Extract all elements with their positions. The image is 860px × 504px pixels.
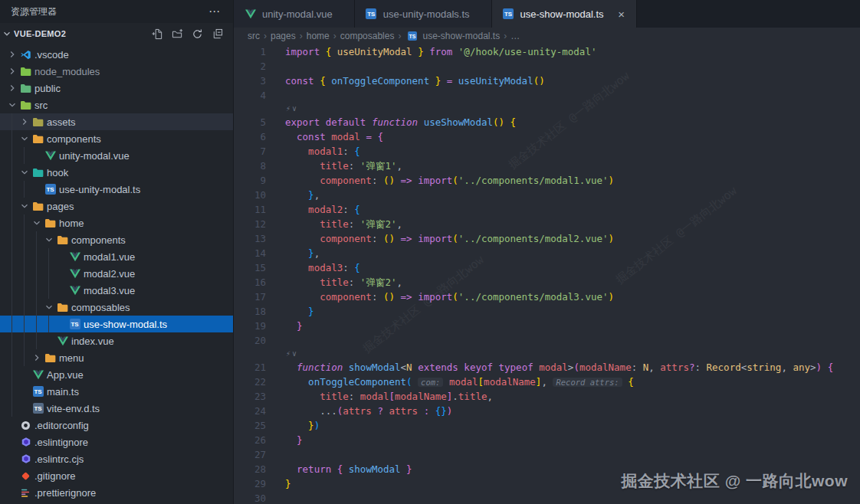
line-number[interactable]: 1 — [234, 44, 266, 59]
collapse-all-icon[interactable] — [210, 27, 224, 41]
line-number[interactable]: 16 — [234, 275, 266, 290]
tree-item-pages[interactable]: pages — [0, 198, 233, 214]
line-number[interactable]: 6 — [234, 129, 266, 144]
line-number[interactable]: 25 — [234, 418, 266, 433]
code-line[interactable]: 19 } — [234, 319, 860, 333]
tree-item-hook[interactable]: hook — [0, 164, 233, 181]
line-number[interactable]: 10 — [234, 188, 266, 202]
line-number[interactable]: 7 — [234, 144, 266, 159]
code-line[interactable]: 11 modal2: { — [234, 202, 860, 217]
tree-item-unity-modal.vue[interactable]: unity-modal.vue — [0, 147, 233, 164]
chevron-right-icon[interactable] — [6, 63, 18, 80]
tree-item-.vscode[interactable]: .vscode — [0, 46, 233, 63]
line-number[interactable]: 29 — [234, 476, 266, 491]
chevron-right-icon[interactable] — [18, 113, 31, 130]
chevron-down-icon[interactable] — [18, 198, 31, 214]
code-line[interactable]: 22 onToggleComponent( com: modal[modalNa… — [234, 375, 860, 389]
line-number[interactable]: 17 — [234, 290, 266, 304]
chevron-down-icon[interactable] — [43, 299, 55, 316]
tree-item-index.vue[interactable]: index.vue — [0, 332, 233, 349]
line-number[interactable]: 24 — [234, 404, 266, 418]
code-line[interactable]: 10 }, — [234, 188, 860, 202]
breadcrumb-item-use-show-modal.ts[interactable]: TSuse-show-modal.ts — [405, 28, 500, 44]
chevron-right-icon[interactable] — [31, 349, 43, 366]
close-icon[interactable]: × — [615, 7, 629, 21]
line-number[interactable]: 9 — [234, 173, 266, 188]
code-line[interactable]: 4 — [234, 88, 860, 103]
code-line[interactable]: 26 } — [234, 433, 860, 447]
code-line[interactable]: 5export default function useShowModal() … — [234, 115, 860, 129]
tree-item-use-unity-modal.ts[interactable]: TSuse-unity-modal.ts — [0, 181, 233, 198]
breadcrumb-item-…[interactable]: … — [510, 31, 520, 41]
tree-item-node_modules[interactable]: node_modules — [0, 63, 233, 80]
code-line[interactable]: 23 title: modal[modalName].title, — [234, 389, 860, 404]
new-folder-icon[interactable] — [170, 27, 184, 41]
breadcrumb-item-home[interactable]: home — [307, 31, 330, 41]
line-number[interactable]: 21 — [234, 360, 266, 375]
chevron-down-icon[interactable] — [31, 214, 43, 231]
line-number[interactable]: 26 — [234, 433, 266, 447]
breadcrumb-item-pages[interactable]: pages — [271, 31, 296, 41]
line-number[interactable]: 23 — [234, 389, 266, 404]
tree-item-composables[interactable]: composables — [0, 299, 233, 316]
chevron-down-icon[interactable] — [6, 97, 18, 113]
code-line[interactable]: 13 component: () => import('../component… — [234, 231, 860, 246]
code-line[interactable]: 27 — [234, 447, 860, 462]
line-number[interactable]: 28 — [234, 462, 266, 476]
tree-item-vite-env.d.ts[interactable]: TSvite-env.d.ts — [0, 400, 233, 417]
tree-item-.editorconfig[interactable]: .editorconfig — [0, 417, 233, 434]
code-line[interactable]: 16 title: '弹窗2', — [234, 275, 860, 290]
line-number[interactable]: 3 — [234, 74, 266, 88]
tree-item-.gitignore[interactable]: .gitignore — [0, 467, 233, 484]
code-line[interactable]: 20 — [234, 333, 860, 348]
code-editor[interactable]: 1import { useUnityModal } from '@/hook/u… — [234, 44, 860, 504]
tab-use-show-modal.ts[interactable]: TSuse-show-modal.ts× — [492, 0, 637, 28]
line-number[interactable]: 12 — [234, 217, 266, 231]
chevron-down-icon[interactable] — [43, 231, 55, 248]
line-number[interactable]: 30 — [234, 491, 266, 504]
refresh-icon[interactable] — [190, 27, 204, 41]
more-actions-icon[interactable]: ⋯ — [208, 5, 221, 18]
chevron-down-icon[interactable] — [0, 28, 14, 39]
tree-item-use-show-modal.ts[interactable]: TSuse-show-modal.ts — [0, 316, 233, 332]
line-number[interactable]: 8 — [234, 159, 266, 173]
line-number[interactable]: 5 — [234, 115, 266, 129]
project-header[interactable]: VUE-DEMO2 — [0, 23, 233, 44]
tree-item-.eslintrc.cjs[interactable]: .eslintrc.cjs — [0, 450, 233, 467]
code-line[interactable]: 21 function showModal<N extends keyof ty… — [234, 360, 860, 375]
code-line[interactable]: 1import { useUnityModal } from '@/hook/u… — [234, 44, 860, 59]
code-line[interactable]: 3const { onToggleComponent } = useUnityM… — [234, 74, 860, 88]
tree-item-home[interactable]: home — [0, 214, 233, 231]
tree-item-.prettierignore[interactable]: .prettierignore — [0, 484, 233, 501]
code-line[interactable]: 28 return { showModal } — [234, 462, 860, 476]
code-decoration[interactable]: ⚡∨ — [234, 348, 860, 360]
line-number[interactable]: 27 — [234, 447, 266, 462]
chevron-right-icon[interactable] — [6, 80, 18, 97]
tab-use-unity-modals.ts[interactable]: TSuse-unity-modals.ts — [355, 0, 492, 28]
code-line[interactable]: 29} — [234, 476, 860, 491]
code-line[interactable]: 6 const modal = { — [234, 129, 860, 144]
tree-item-modal1.vue[interactable]: modal1.vue — [0, 248, 233, 265]
chevron-down-icon[interactable] — [18, 130, 31, 147]
line-number[interactable]: 14 — [234, 246, 266, 260]
tree-item-modal3.vue[interactable]: modal3.vue — [0, 282, 233, 299]
new-file-icon[interactable] — [150, 27, 164, 41]
line-number[interactable]: 2 — [234, 59, 266, 74]
line-number[interactable]: 22 — [234, 375, 266, 389]
line-number[interactable]: 19 — [234, 319, 266, 333]
tree-item-App.vue[interactable]: App.vue — [0, 366, 233, 383]
tab-unity-modal.vue[interactable]: unity-modal.vue — [234, 0, 355, 28]
tree-item-modal2.vue[interactable]: modal2.vue — [0, 265, 233, 282]
line-number[interactable]: 4 — [234, 88, 266, 103]
tree-item-main.ts[interactable]: TSmain.ts — [0, 383, 233, 400]
code-line[interactable]: 15 modal3: { — [234, 260, 860, 275]
code-line[interactable]: 2 — [234, 59, 860, 74]
tree-item-menu[interactable]: menu — [0, 349, 233, 366]
tree-item-public[interactable]: public — [0, 80, 233, 97]
tree-item-.eslintignore[interactable]: .eslintignore — [0, 434, 233, 450]
code-decoration[interactable]: ⚡∨ — [234, 103, 860, 115]
tree-item-components[interactable]: components — [0, 231, 233, 248]
tree-item-src[interactable]: src — [0, 97, 233, 113]
line-number[interactable]: 20 — [234, 333, 266, 348]
code-line[interactable]: 24 ...(attrs ? attrs : {}) — [234, 404, 860, 418]
